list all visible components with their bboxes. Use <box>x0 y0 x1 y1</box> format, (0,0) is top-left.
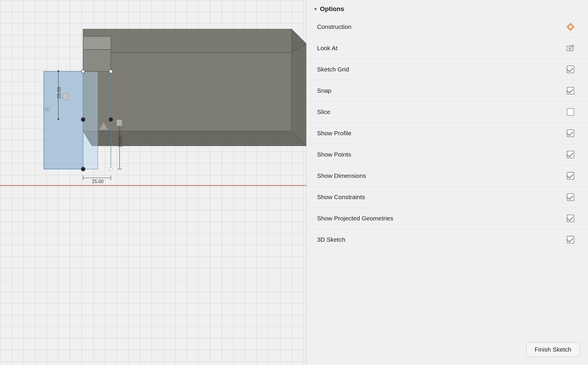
sketch-object: 25.00 25.00 25.00 <box>29 20 306 195</box>
option-control-3d-sketch[interactable] <box>565 234 576 245</box>
svg-text:25.00: 25.00 <box>118 136 123 147</box>
svg-point-28 <box>109 167 113 171</box>
option-label-snap: Snap <box>317 87 331 94</box>
construction-icon <box>566 23 575 31</box>
checkbox-show-profile[interactable] <box>567 129 574 137</box>
option-row-look-at: Look At <box>307 38 588 59</box>
svg-rect-21 <box>117 120 122 126</box>
option-label-show-dimensions: Show Dimensions <box>317 172 366 179</box>
option-row-construction: Construction <box>307 16 588 38</box>
svg-point-38 <box>570 48 570 49</box>
option-row-snap: Snap <box>307 80 588 101</box>
option-control-show-constraints[interactable] <box>565 191 576 203</box>
option-control-construction[interactable] <box>565 21 576 33</box>
look-at-icon <box>566 44 575 52</box>
svg-point-25 <box>81 117 85 122</box>
svg-text:25.00: 25.00 <box>57 87 62 99</box>
option-label-show-projected-geometries: Show Projected Geometries <box>317 215 393 222</box>
svg-marker-6 <box>44 71 83 169</box>
option-row-sketch-grid: Sketch Grid <box>307 59 588 80</box>
svg-marker-7 <box>83 50 111 71</box>
checkbox-snap[interactable] <box>567 87 574 94</box>
svg-point-23 <box>81 70 85 73</box>
option-row-show-dimensions: Show Dimensions <box>307 165 588 187</box>
option-label-show-points: Show Points <box>317 151 351 158</box>
svg-point-26 <box>109 117 113 122</box>
checkbox-show-points[interactable] <box>567 151 574 158</box>
svg-marker-8 <box>83 36 111 50</box>
option-label-slice: Slice <box>317 108 330 115</box>
svg-marker-4 <box>83 131 306 146</box>
option-row-show-projected-geometries: Show Projected Geometries <box>307 208 588 229</box>
checkbox-slice[interactable] <box>567 108 574 116</box>
option-control-snap[interactable] <box>565 85 576 96</box>
options-panel: ▼ Options Construction Look At Sketch Gr… <box>306 0 588 365</box>
svg-marker-3 <box>292 44 306 146</box>
option-control-show-projected-geometries[interactable] <box>565 213 576 224</box>
option-label-sketch-grid: Sketch Grid <box>317 66 349 73</box>
option-control-show-points[interactable] <box>565 149 576 160</box>
option-label-3d-sketch: 3D Sketch <box>317 236 345 243</box>
option-control-show-profile[interactable] <box>565 127 576 139</box>
panel-title: Options <box>320 5 344 13</box>
collapse-icon[interactable]: ▼ <box>314 7 318 11</box>
options-list: Construction Look At Sketch GridSnapSlic… <box>307 16 588 338</box>
option-control-sketch-grid[interactable] <box>565 64 576 75</box>
svg-point-24 <box>109 70 113 73</box>
checkbox-sketch-grid[interactable] <box>567 66 574 73</box>
option-control-slice[interactable] <box>565 106 576 118</box>
option-control-look-at[interactable] <box>565 42 576 54</box>
option-row-slice: Slice <box>307 101 588 123</box>
option-row-3d-sketch: 3D Sketch <box>307 229 588 250</box>
checkbox-show-projected-geometries[interactable] <box>567 215 574 222</box>
option-row-show-points: Show Points <box>307 144 588 165</box>
svg-marker-0 <box>83 29 292 52</box>
svg-point-27 <box>81 167 85 171</box>
options-header: ▼ Options <box>307 0 588 16</box>
option-row-show-profile: Show Profile <box>307 123 588 144</box>
option-control-show-dimensions[interactable] <box>565 170 576 182</box>
checkbox-show-dimensions[interactable] <box>567 172 574 180</box>
option-row-show-constraints: Show Constraints <box>307 187 588 208</box>
svg-rect-20 <box>63 93 68 100</box>
finish-sketch-button[interactable]: Finish Sketch <box>526 342 580 357</box>
svg-text:25.00: 25.00 <box>92 179 104 184</box>
option-label-look-at: Look At <box>317 45 337 52</box>
option-label-show-profile: Show Profile <box>317 130 351 137</box>
svg-marker-2 <box>83 52 292 131</box>
checkbox-show-constraints[interactable] <box>567 193 574 201</box>
checkbox-3d-sketch[interactable] <box>567 236 574 243</box>
option-label-show-constraints: Show Constraints <box>317 194 365 201</box>
canvas-area[interactable]: 25.00 25.00 25.00 <box>0 0 306 365</box>
option-label-construction: Construction <box>317 23 351 30</box>
